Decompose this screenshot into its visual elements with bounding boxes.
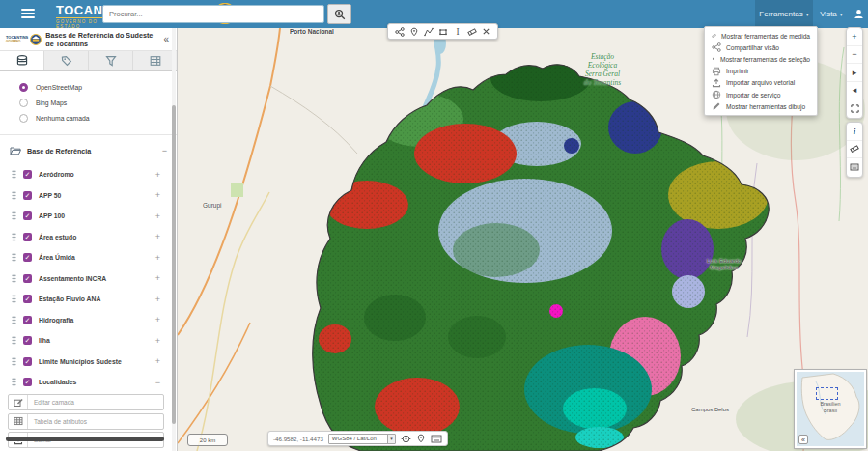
- layer-row-aerodromo: ✓ Aeródromo +: [0, 164, 170, 185]
- horizontal-scrollbar[interactable]: [6, 437, 164, 441]
- next-view-button[interactable]: ▸: [847, 64, 862, 82]
- center-coordinates-button[interactable]: [401, 434, 411, 444]
- tab-tags[interactable]: [44, 51, 89, 70]
- search-input[interactable]: [102, 5, 324, 23]
- layer-label[interactable]: Localidades: [39, 379, 76, 385]
- tab-filter[interactable]: [89, 51, 133, 70]
- menu-item-imprimir[interactable]: Imprimir: [705, 66, 817, 77]
- basemap-bing[interactable]: Bing Maps: [19, 95, 177, 110]
- layer-expand-button[interactable]: +: [155, 170, 160, 180]
- layer-label[interactable]: Estação Fluvio ANA: [39, 296, 100, 302]
- layer-label[interactable]: Área estudo: [39, 234, 76, 240]
- coordinate-input-button[interactable]: [431, 435, 442, 443]
- attribute-table-button[interactable]: Tabela de atributos: [8, 413, 164, 430]
- overview-collapse-button[interactable]: «: [798, 435, 808, 444]
- layer-expand-button[interactable]: +: [155, 295, 160, 304]
- layer-label[interactable]: Aeródromo: [39, 171, 74, 178]
- group-collapse-button[interactable]: −: [162, 146, 167, 155]
- layer-row-ilha: ✓ Ilha +: [0, 330, 170, 352]
- polygon-icon[interactable]: [438, 27, 448, 37]
- layer-checkbox[interactable]: ✓: [23, 233, 32, 241]
- drag-handle-icon[interactable]: [12, 378, 16, 386]
- marker-icon[interactable]: [409, 27, 419, 37]
- layer-checkbox[interactable]: ✓: [23, 378, 32, 386]
- drag-handle-icon[interactable]: [12, 253, 16, 262]
- eraser-icon[interactable]: [467, 27, 477, 37]
- overview-extent-box[interactable]: [816, 387, 838, 400]
- search-button[interactable]: [327, 4, 351, 24]
- layer-row-area-umida: ✓ Área Úmida +: [0, 247, 170, 268]
- layer-expand-button[interactable]: +: [155, 273, 160, 283]
- hamburger-menu-icon[interactable]: [21, 9, 35, 19]
- layer-checkbox[interactable]: ✓: [23, 253, 32, 262]
- layer-expand-button[interactable]: +: [155, 336, 160, 346]
- layer-checkbox[interactable]: ✓: [23, 211, 32, 220]
- zoom-in-button[interactable]: +: [847, 28, 862, 46]
- identify-button[interactable]: i: [847, 123, 862, 141]
- drag-handle-icon[interactable]: [12, 274, 16, 283]
- layer-checkbox[interactable]: ✓: [23, 316, 32, 324]
- crs-select[interactable]: WGS84 / Lat/Lon ▾: [328, 434, 396, 444]
- layer-checkbox[interactable]: ✓: [23, 357, 32, 366]
- previous-view-button[interactable]: ◂: [847, 82, 862, 100]
- layer-expand-button[interactable]: +: [155, 253, 160, 263]
- layer-row-app100: ✓ APP 100 +: [0, 206, 170, 227]
- menu-item-compartilhar[interactable]: Compartilhar visão: [705, 42, 817, 53]
- text-icon[interactable]: I: [453, 27, 462, 37]
- layer-label[interactable]: APP 100: [39, 212, 65, 219]
- close-icon[interactable]: [482, 27, 490, 36]
- layer-checkbox[interactable]: ✓: [23, 274, 32, 283]
- basemap-openstreetmap[interactable]: OpenStreetMap: [19, 79, 177, 95]
- overview-country-label2: Brasil: [797, 408, 864, 413]
- basemap-none[interactable]: Nenhuma camada: [19, 110, 177, 126]
- menu-item-dibujo[interactable]: Mostrar herramientas dibujo: [705, 100, 817, 112]
- tab-layers[interactable]: [0, 51, 44, 70]
- menu-item-importar-servico[interactable]: Importar de serviço: [705, 89, 817, 100]
- layer-collapse-button[interactable]: −: [155, 378, 160, 387]
- layer-label[interactable]: Área Úmida: [39, 254, 75, 261]
- drag-handle-icon[interactable]: [12, 295, 16, 303]
- drag-handle-icon[interactable]: [12, 170, 16, 179]
- label-estacao-ecologica: Estação Ecológica Serra Geral do Tocanti…: [564, 52, 641, 87]
- drag-handle-icon[interactable]: [12, 191, 16, 200]
- drag-handle-icon[interactable]: [12, 357, 16, 366]
- vertical-scrollbar-thumb[interactable]: [172, 105, 176, 424]
- drag-handle-icon[interactable]: [12, 336, 16, 345]
- ruler-icon: [712, 31, 716, 41]
- menu-vista[interactable]: Vista▾: [814, 0, 849, 28]
- layer-checkbox[interactable]: ✓: [23, 295, 32, 303]
- zoom-out-button[interactable]: −: [847, 46, 862, 65]
- panel-collapse-button[interactable]: «: [161, 34, 171, 44]
- layer-label[interactable]: APP 50: [39, 192, 61, 199]
- menu-item-medida[interactable]: Mostrar ferramentas de medida: [705, 30, 817, 42]
- polyline-icon[interactable]: [424, 27, 434, 37]
- layer-label[interactable]: Assentamento INCRA: [39, 275, 106, 282]
- layer-expand-button[interactable]: +: [155, 211, 160, 221]
- edit-layer-button[interactable]: Editar camada: [8, 394, 164, 410]
- layer-expand-button[interactable]: +: [155, 232, 160, 241]
- layer-checkbox[interactable]: ✓: [23, 336, 32, 345]
- clear-button[interactable]: [847, 141, 862, 159]
- tab-widgets[interactable]: [133, 51, 177, 70]
- drag-handle-icon[interactable]: [12, 316, 16, 324]
- overview-map[interactable]: Brasilien Brasil «: [795, 370, 866, 448]
- legend-button[interactable]: [847, 158, 862, 177]
- menu-item-selecao[interactable]: Mostrar ferramentas de seleção: [705, 53, 817, 65]
- layer-expand-button[interactable]: +: [155, 315, 160, 324]
- layer-checkbox[interactable]: ✓: [23, 170, 32, 179]
- layer-checkbox[interactable]: ✓: [23, 191, 32, 200]
- user-account-button[interactable]: [849, 0, 868, 28]
- drag-handle-icon[interactable]: [12, 211, 16, 220]
- layer-expand-button[interactable]: +: [155, 356, 160, 366]
- share-icon[interactable]: [395, 27, 405, 37]
- drag-handle-icon[interactable]: [12, 233, 16, 241]
- menu-ferramentas[interactable]: Ferramentas▾: [755, 0, 813, 28]
- layer-label[interactable]: Hidrografia: [39, 317, 73, 324]
- goto-marker-button[interactable]: [416, 434, 426, 443]
- fullscreen-button[interactable]: [847, 99, 862, 118]
- menu-item-importar-vetorial[interactable]: Importar arquivo vetorial: [705, 77, 817, 89]
- vertical-scrollbar-track[interactable]: [172, 28, 176, 451]
- layer-label[interactable]: Limite Municípios Sudeste: [39, 358, 122, 365]
- layer-expand-button[interactable]: +: [155, 190, 160, 200]
- layer-label[interactable]: Ilha: [39, 337, 50, 344]
